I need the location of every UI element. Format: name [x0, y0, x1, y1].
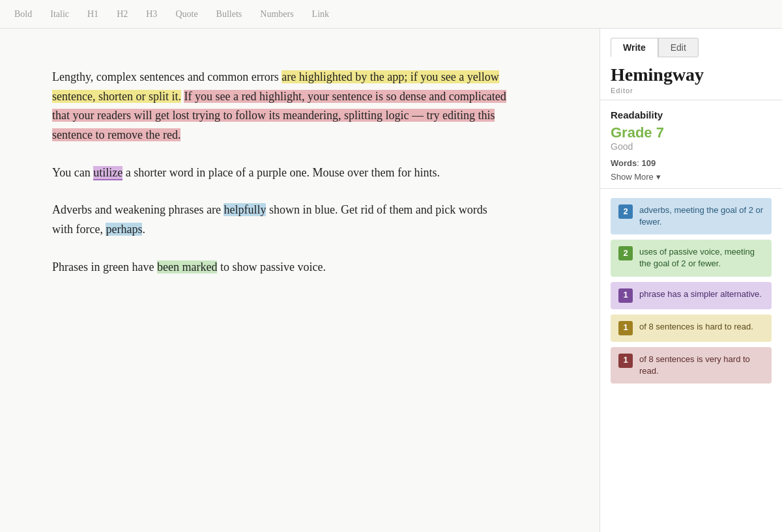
show-more-label: Show More: [611, 172, 654, 182]
logo-title: Hemingway: [611, 65, 772, 85]
para2-purple-highlight: utilize: [93, 166, 123, 180]
words-line: Words: 109: [611, 158, 772, 168]
para3-end: .: [142, 223, 145, 236]
logo-subtitle: Editor: [611, 87, 772, 94]
stat-text-1: uses of passive voice, meeting the goal …: [639, 246, 764, 270]
stat-badge-1: 2: [618, 246, 633, 260]
para4-text-after: to show passive voice.: [217, 260, 325, 273]
stat-card-1: 2uses of passive voice, meeting the goal…: [611, 240, 772, 276]
edit-button[interactable]: Edit: [658, 38, 699, 57]
bullets-button[interactable]: Bullets: [215, 7, 244, 22]
paragraph-4: Phrases in green have been marked to sho…: [52, 258, 508, 277]
paragraph-3: Adverbs and weakening phrases are helpfu…: [52, 201, 508, 239]
show-more-button[interactable]: Show More ▾: [611, 172, 772, 182]
para3-blue1-highlight: helpfully: [224, 203, 266, 216]
stat-text-4: of 8 sentences is very hard to read.: [639, 354, 764, 377]
h1-button[interactable]: H1: [86, 7, 100, 22]
stat-badge-2: 1: [618, 288, 633, 303]
para1-text-before: Lengthy, complex sentences and common er…: [52, 70, 282, 83]
words-count: 109: [641, 158, 656, 168]
readability-label: Readability: [611, 109, 772, 120]
grade-text: Grade 7: [611, 124, 772, 141]
para2-text-after: a shorter word in place of a purple one.…: [123, 166, 440, 179]
editor-area[interactable]: Lengthy, complex sentences and common er…: [0, 29, 600, 532]
stat-badge-4: 1: [618, 354, 633, 368]
main-area: Lengthy, complex sentences and common er…: [0, 29, 782, 532]
readability-section: Readability Grade 7 Good Words: 109 Show…: [600, 100, 782, 189]
editor-content: Lengthy, complex sentences and common er…: [52, 68, 508, 277]
sidebar: Write Edit Hemingway Editor Readability …: [600, 29, 782, 532]
stat-card-3: 1of 8 sentences is hard to read.: [611, 315, 772, 342]
stat-badge-0: 2: [618, 204, 633, 219]
para3-blue2-highlight: perhaps: [106, 223, 142, 236]
bold-button[interactable]: Bold: [13, 7, 33, 22]
stat-card-2: 1phrase has a simpler alternative.: [611, 282, 772, 309]
para3-text-before: Adverbs and weakening phrases are: [52, 203, 224, 216]
stat-badge-3: 1: [618, 321, 633, 335]
stat-card-4: 1of 8 sentences is very hard to read.: [611, 347, 772, 384]
para2-text-before: You can: [52, 166, 93, 179]
logo-area: Hemingway Editor: [600, 57, 782, 100]
write-button[interactable]: Write: [611, 38, 658, 57]
link-button[interactable]: Link: [311, 7, 330, 22]
paragraph-1: Lengthy, complex sentences and common er…: [52, 68, 508, 145]
numbers-button[interactable]: Numbers: [259, 7, 295, 22]
toolbar: Bold Italic H1 H2 H3 Quote Bullets Numbe…: [0, 0, 782, 29]
write-edit-bar: Write Edit: [600, 29, 782, 57]
stats-section: 2adverbs, meeting the goal of 2 or fewer…: [600, 189, 782, 393]
para4-text-before: Phrases in green have: [52, 260, 157, 273]
quote-button[interactable]: Quote: [174, 7, 199, 22]
stat-text-2: phrase has a simpler alternative.: [639, 288, 764, 300]
quality-text: Good: [611, 141, 772, 152]
stat-text-3: of 8 sentences is hard to read.: [639, 321, 764, 333]
h3-button[interactable]: H3: [145, 7, 158, 22]
paragraph-2: You can utilize a shorter word in place …: [52, 163, 508, 183]
chevron-down-icon: ▾: [656, 172, 661, 182]
stat-text-0: adverbs, meeting the goal of 2 or fewer.: [639, 204, 764, 228]
h2-button[interactable]: H2: [115, 7, 129, 22]
stat-card-0: 2adverbs, meeting the goal of 2 or fewer…: [611, 198, 772, 234]
words-label: Words: [611, 158, 637, 168]
italic-button[interactable]: Italic: [49, 7, 70, 22]
para4-green-highlight: been marked: [157, 260, 217, 273]
